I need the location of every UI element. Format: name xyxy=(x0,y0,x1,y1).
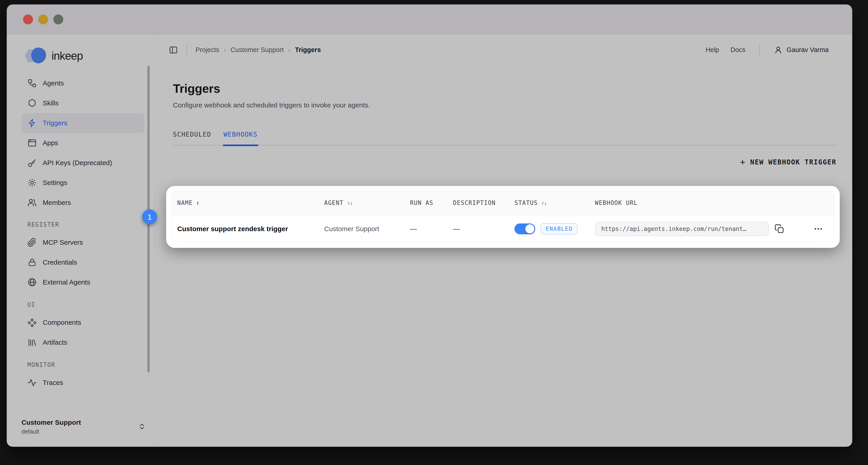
column-header-webhook-url: WEBHOOK URL xyxy=(595,200,835,206)
status-badge: ENABLED xyxy=(541,223,578,235)
column-header-run-as: RUN AS xyxy=(410,200,453,206)
trigger-webhook-url-cell: https://api.agents.inkeep.com/run/tenant… xyxy=(595,222,835,236)
trigger-status-cell: ENABLED xyxy=(515,223,595,235)
copy-icon xyxy=(774,224,784,234)
trigger-agent-cell: Customer Support xyxy=(324,225,410,233)
sort-both-icon: ↑↓ xyxy=(347,200,352,206)
column-header-name[interactable]: NAME↑ xyxy=(177,200,324,206)
annotated-region-1: NAME↑ AGENT↑↓ RUN AS DESCRIPTION STATUS↑… xyxy=(166,186,840,248)
row-actions-button[interactable] xyxy=(813,224,823,234)
ellipsis-icon xyxy=(813,224,823,234)
sort-both-icon: ↑↓ xyxy=(541,200,547,206)
trigger-name-cell[interactable]: Customer support zendesk trigger xyxy=(177,225,324,233)
webhook-triggers-table: NAME↑ AGENT↑↓ RUN AS DESCRIPTION STATUS↑… xyxy=(171,191,835,243)
table-row: Customer support zendesk trigger Custome… xyxy=(171,215,835,243)
trigger-description-cell: — xyxy=(453,225,515,233)
copy-url-button[interactable] xyxy=(774,224,784,234)
trigger-run-as-cell: — xyxy=(410,225,453,233)
webhook-url-field[interactable]: https://api.agents.inkeep.com/run/tenant… xyxy=(595,222,769,236)
column-header-status[interactable]: STATUS↑↓ xyxy=(515,200,595,206)
annotation-badge-1: 1 xyxy=(142,209,157,224)
column-header-agent[interactable]: AGENT↑↓ xyxy=(324,200,410,206)
status-toggle[interactable] xyxy=(515,224,535,234)
table-header-row: NAME↑ AGENT↑↓ RUN AS DESCRIPTION STATUS↑… xyxy=(171,191,835,215)
sort-asc-icon: ↑ xyxy=(196,200,200,206)
app-window: inkeep Agents Skills Triggers xyxy=(7,4,852,447)
column-header-description: DESCRIPTION xyxy=(453,200,515,206)
